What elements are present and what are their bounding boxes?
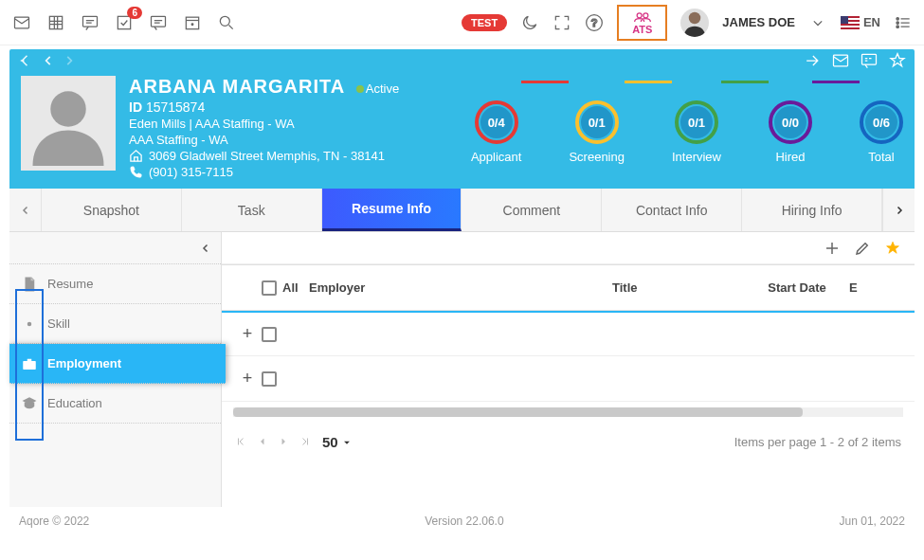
add-icon[interactable] bbox=[824, 240, 841, 257]
tab-contact-info[interactable]: Contact Info bbox=[602, 189, 742, 231]
tab-task[interactable]: Task bbox=[182, 189, 322, 231]
header-title[interactable]: Title bbox=[612, 280, 745, 295]
svg-rect-1 bbox=[49, 16, 62, 28]
chevron-down-icon[interactable] bbox=[808, 13, 827, 32]
tab-resume-info[interactable]: Resume Info bbox=[322, 189, 462, 231]
pager-first-icon[interactable] bbox=[235, 436, 246, 447]
cell-start: 08/01/2006 bbox=[745, 371, 849, 386]
user-name[interactable]: JAMES DOE bbox=[722, 15, 795, 29]
sidebar-item-employment[interactable]: Employment bbox=[9, 344, 226, 384]
horizontal-scrollbar[interactable] bbox=[233, 407, 903, 417]
row-checkbox[interactable] bbox=[262, 327, 277, 342]
stage-screening[interactable]: 0/1Screening bbox=[569, 100, 625, 164]
tab-comment[interactable]: Comment bbox=[462, 189, 602, 231]
svg-rect-4 bbox=[152, 16, 166, 27]
candidate-photo bbox=[21, 76, 116, 171]
status-dot-icon bbox=[356, 85, 364, 93]
svg-point-11 bbox=[643, 12, 648, 17]
svg-point-7 bbox=[220, 16, 229, 26]
header-employer[interactable]: Employer bbox=[309, 280, 612, 295]
tab-hiring-info[interactable]: Hiring Info bbox=[742, 189, 882, 231]
sidebar-item-education[interactable]: Education bbox=[9, 384, 221, 424]
next-icon[interactable] bbox=[63, 54, 76, 67]
ats-module[interactable]: ATS bbox=[617, 5, 667, 41]
svg-rect-3 bbox=[118, 16, 130, 28]
cell-start: 06/01/2009 bbox=[745, 327, 849, 341]
home-icon bbox=[129, 149, 143, 163]
page-size[interactable]: 50 bbox=[322, 434, 352, 450]
tab-snapshot[interactable]: Snapshot bbox=[42, 189, 182, 231]
svg-rect-16 bbox=[834, 55, 848, 66]
pager-next-icon[interactable] bbox=[279, 437, 288, 446]
checklist-icon[interactable]: 6 bbox=[114, 12, 135, 33]
search-icon[interactable] bbox=[216, 12, 237, 33]
back-icon[interactable] bbox=[17, 52, 34, 69]
stage-applicant[interactable]: 0/4Applicant bbox=[471, 100, 521, 164]
comment-icon[interactable] bbox=[148, 12, 169, 33]
candidate-status: Active bbox=[366, 81, 399, 96]
row-checkbox[interactable] bbox=[262, 371, 277, 387]
prev-icon[interactable] bbox=[42, 54, 55, 67]
header-end[interactable]: E bbox=[849, 280, 878, 295]
mail-icon[interactable] bbox=[11, 12, 32, 33]
grid-icon[interactable] bbox=[45, 12, 66, 33]
star-action-icon[interactable] bbox=[888, 51, 907, 70]
topbar: 6 TEST ? ATS JAMES DOE EN bbox=[0, 0, 924, 45]
employment-icon bbox=[21, 355, 38, 372]
pager-last-icon[interactable] bbox=[299, 436, 311, 447]
footer-version: Version 22.06.0 bbox=[425, 515, 503, 528]
candidate-phone: (901) 315-7115 bbox=[149, 165, 233, 179]
moon-icon[interactable] bbox=[520, 13, 539, 32]
svg-point-6 bbox=[191, 23, 193, 25]
calendar-icon[interactable] bbox=[182, 12, 203, 33]
expand-icon[interactable]: + bbox=[233, 324, 262, 344]
resume-sidebar: ResumeSkillEmploymentEducation bbox=[9, 232, 222, 507]
svg-point-19 bbox=[27, 321, 32, 326]
stage-total[interactable]: 0/6Total bbox=[860, 100, 903, 164]
table-row[interactable]: +Middleburg Petroleum Industries-New Cit… bbox=[222, 311, 915, 356]
svg-point-10 bbox=[637, 12, 642, 17]
tabs-prev[interactable] bbox=[9, 189, 42, 231]
notif-badge: 6 bbox=[127, 7, 142, 19]
pager-info: Items per page 1 - 2 of 2 items bbox=[734, 435, 901, 449]
svg-text:?: ? bbox=[591, 16, 598, 28]
svg-rect-0 bbox=[15, 17, 29, 28]
menu-list-icon[interactable] bbox=[894, 13, 913, 32]
flag-us-icon bbox=[841, 16, 860, 29]
sidebar-collapse-icon[interactable] bbox=[200, 243, 211, 254]
resume-icon bbox=[21, 276, 38, 293]
expand-icon[interactable]: + bbox=[233, 369, 262, 388]
stage-hired[interactable]: 0/0Hired bbox=[769, 100, 812, 164]
chat-icon[interactable] bbox=[80, 12, 100, 33]
test-badge: TEST bbox=[462, 14, 507, 31]
language-selector[interactable]: EN bbox=[841, 15, 880, 29]
stage-interview[interactable]: 0/1Interview bbox=[672, 100, 721, 164]
select-all-checkbox[interactable] bbox=[262, 280, 277, 296]
svg-rect-20 bbox=[23, 361, 36, 370]
candidate-org2: AAA Staffing - WA bbox=[129, 133, 399, 147]
message-action-icon[interactable] bbox=[860, 51, 879, 70]
mail-action-icon[interactable] bbox=[831, 51, 850, 70]
svg-point-15 bbox=[897, 25, 899, 27]
svg-point-13 bbox=[897, 17, 899, 20]
sidebar-item-resume[interactable]: Resume bbox=[9, 264, 221, 304]
candidate-info: ARBANA MARGARITA Active ID 15715874 Eden… bbox=[129, 76, 399, 179]
tabs: SnapshotTaskResume InfoCommentContact In… bbox=[9, 189, 915, 232]
pager-prev-icon[interactable] bbox=[258, 437, 267, 446]
sidebar-item-skill[interactable]: Skill bbox=[9, 304, 221, 344]
table-row[interactable]: +Coastline Construction CompanyPipeline … bbox=[222, 356, 915, 402]
candidate-id: 15715874 bbox=[146, 99, 205, 115]
svg-point-14 bbox=[897, 21, 899, 24]
share-icon[interactable] bbox=[803, 51, 822, 70]
user-avatar[interactable] bbox=[680, 9, 709, 37]
cell-employer: Middleburg Petroleum Industries-New City… bbox=[309, 327, 612, 341]
fullscreen-icon[interactable] bbox=[553, 13, 571, 32]
tabs-next[interactable] bbox=[882, 189, 915, 231]
footer-copyright: Aqore © 2022 bbox=[19, 515, 89, 528]
star-tool-icon[interactable] bbox=[884, 240, 901, 257]
candidate-name: ARBANA MARGARITA bbox=[129, 76, 345, 97]
header-start[interactable]: Start Date bbox=[745, 280, 849, 295]
edit-icon[interactable] bbox=[854, 240, 871, 257]
footer: Aqore © 2022 Version 22.06.0 Jun 01, 202… bbox=[0, 511, 924, 532]
help-icon[interactable]: ? bbox=[585, 13, 604, 32]
